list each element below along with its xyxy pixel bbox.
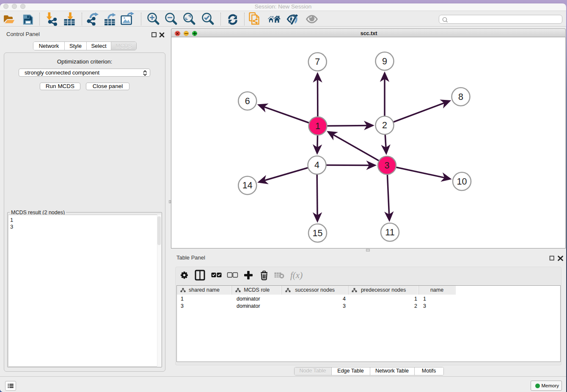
svg-text:10: 10 <box>457 177 467 187</box>
svg-text:14: 14 <box>242 180 253 190</box>
svg-text:11: 11 <box>385 227 394 237</box>
svg-text:3: 3 <box>385 160 390 171</box>
svg-text:1: 1 <box>315 121 320 131</box>
svg-text:6: 6 <box>245 96 250 106</box>
svg-text:7: 7 <box>315 57 320 67</box>
svg-text:9: 9 <box>382 56 387 66</box>
svg-text:f(x): f(x) <box>290 270 303 280</box>
svg-text:15: 15 <box>313 228 323 238</box>
svg-text:2: 2 <box>382 120 387 130</box>
svg-text:8: 8 <box>458 92 463 102</box>
svg-text:4: 4 <box>314 160 319 170</box>
